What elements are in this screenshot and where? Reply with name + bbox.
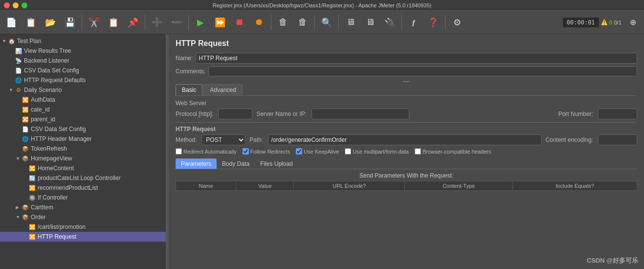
toolbar-right: 00:00:01 ⚠️ 0 0/1 ⊕ (563, 13, 642, 32)
window-controls[interactable] (4, 2, 27, 8)
start-button[interactable]: ▶ (191, 13, 210, 32)
tree-arrow-homepage-view[interactable]: ▼ (16, 156, 22, 161)
protocol-group: Protocol [http]: (176, 109, 252, 119)
tree-item-csv-data-set-config[interactable]: 📄CSV Data Set Config (0, 66, 166, 75)
tree-icon-cart-list-promotion: 🔀 (28, 223, 36, 231)
browser-compatible-input[interactable] (415, 148, 421, 155)
tab-advanced[interactable]: Advanced (203, 84, 242, 95)
clear-button[interactable]: 🗑 (274, 13, 292, 32)
tree-item-http-request-defaults[interactable]: 🌐HTTP Request Defaults (0, 75, 166, 85)
shutdown-button[interactable]: ⏺ (250, 13, 268, 32)
tree-item-http-header-manager[interactable]: 🌐HTTP Header Manager (0, 134, 166, 144)
browser-compatible-checkbox[interactable]: Browser-compatible headers (415, 148, 491, 155)
encoding-input[interactable] (598, 134, 637, 145)
port-input[interactable] (598, 109, 637, 119)
tree-item-csv-data-set-config2[interactable]: 📄CSV Data Set Config (0, 124, 166, 134)
port-group: Port Number: (558, 109, 637, 119)
minimize-button[interactable] (13, 2, 19, 8)
tree-label-csv-data-set-config: CSV Data Set Config (24, 67, 79, 74)
help-button[interactable]: ❓ (424, 13, 443, 32)
tree-item-home-content[interactable]: 🔀HomeContent (0, 163, 166, 173)
tree-icon-http-request-defaults: 🌐 (15, 76, 22, 84)
stop-button[interactable]: ⏹ (230, 13, 249, 32)
clear-all-button[interactable]: 🗑 (293, 13, 312, 32)
tree-label-home-content: HomeContent (38, 165, 74, 172)
options-button[interactable]: ⊕ (623, 13, 642, 32)
tree-item-daily-scenario[interactable]: ▼⚙Daily Scenario (0, 85, 166, 95)
tree-item-http-request[interactable]: 🔀HTTP Request (0, 232, 166, 242)
comments-input[interactable] (208, 67, 637, 76)
search-button[interactable]: 🔍 (317, 13, 336, 32)
redirect-auto-checkbox[interactable]: Redirect Automatically (176, 148, 237, 155)
comments-resize-handle[interactable]: ▪▪▪▪▪ (176, 79, 637, 84)
tree-item-cart-item[interactable]: ▶📦CartItem (0, 202, 166, 212)
copy-button[interactable]: 📋 (104, 13, 123, 32)
use-multipart-input[interactable] (345, 148, 351, 155)
tree-item-cate-id[interactable]: 🔀cate_id (0, 105, 166, 114)
open-button[interactable]: 📂 (41, 13, 60, 32)
follow-redirects-input[interactable] (243, 148, 249, 155)
name-input[interactable] (196, 53, 637, 64)
method-select[interactable]: GET POST PUT DELETE PATCH HEAD OPTIONS (201, 134, 245, 145)
tree-arrow-cart-item[interactable]: ▶ (16, 205, 22, 210)
templates-button[interactable]: 📋 (22, 13, 40, 32)
expand-button[interactable]: ➕ (148, 13, 166, 32)
server-input[interactable] (311, 109, 409, 119)
remote-exit-button[interactable]: 🔌 (380, 13, 399, 32)
tree-arrow-order[interactable]: ▼ (16, 215, 22, 220)
tree-item-parent-id[interactable]: 🔀parent_id (0, 114, 166, 124)
title-bar: Register.jmx (/Users/xs/Desktop/hgwz/Cla… (0, 0, 644, 11)
maximize-button[interactable] (22, 2, 27, 8)
start-no-pauses-button[interactable]: ⏩ (211, 13, 229, 32)
tab-parameters[interactable]: Parameters (176, 158, 217, 169)
tree-icon-homepage-view: 📦 (22, 155, 29, 162)
tree-label-cart-list-promotion: /cart/list/promotion (38, 224, 86, 230)
params-table: Name Value URL Encode? Content-Type Incl… (176, 181, 637, 191)
tab-basic[interactable]: Basic (176, 84, 202, 95)
use-keepalive-input[interactable] (296, 148, 302, 155)
tree-icon-recommend-product-list: 🔀 (28, 184, 36, 192)
tab-body-data[interactable]: Body Data (217, 158, 255, 169)
tree-label-auth-data: AuthData (31, 96, 55, 103)
new-button[interactable]: 📄 (2, 13, 21, 32)
tree-icon-token-refresh: 📦 (22, 145, 29, 153)
tree-item-token-refresh[interactable]: 📦TokenRefresh (0, 144, 166, 154)
save-button[interactable]: 💾 (61, 13, 79, 32)
protocol-input[interactable] (218, 109, 252, 119)
settings-button[interactable]: ⚙ (448, 13, 466, 32)
function-helper-button[interactable]: ƒ (404, 13, 423, 32)
tree-item-test-plan[interactable]: ▼🏠Test Plan (0, 36, 166, 46)
path-group: Path: (249, 134, 541, 145)
use-multipart-checkbox[interactable]: Use multipart/form-data (345, 148, 409, 155)
remote-start-button[interactable]: 🖥 (341, 13, 360, 32)
tree-item-product-catelist-loop[interactable]: 🔄productCateList Loop Controller (0, 173, 166, 183)
path-label: Path: (249, 136, 263, 143)
tree-item-homepage-view[interactable]: ▼📦HomepageView (0, 154, 166, 163)
tree-item-order[interactable]: ▼📦Order (0, 212, 166, 222)
close-button[interactable] (4, 2, 10, 8)
path-input[interactable] (268, 134, 541, 145)
tree-item-view-results-tree[interactable]: 📊View Results Tree (0, 46, 166, 56)
browser-compatible-label: Browser-compatible headers (422, 149, 491, 155)
tree-arrow-daily-scenario[interactable]: ▼ (9, 88, 15, 92)
remote-stop-button[interactable]: 🖥 (361, 13, 379, 32)
tab-files-upload[interactable]: Files Upload (255, 158, 298, 169)
tree-arrow-test-plan[interactable]: ▼ (2, 39, 8, 44)
follow-redirects-checkbox[interactable]: Follow Redirects (243, 148, 290, 155)
tree-item-recommend-product-list[interactable]: 🔀recommendProductList (0, 183, 166, 193)
redirect-auto-input[interactable] (176, 148, 182, 155)
warning-icon: ⚠️ (601, 19, 608, 25)
tree-label-product-catelist-loop: productCateList Loop Controller (38, 175, 120, 181)
tree-label-backend-listener: Backend Listener (24, 57, 69, 64)
use-keepalive-label: Use KeepAlive (304, 149, 339, 155)
tree-item-backend-listener[interactable]: 📡Backend Listener (0, 56, 166, 66)
collapse-button[interactable]: ➖ (167, 13, 186, 32)
paste-button[interactable]: 📌 (124, 13, 142, 32)
cut-button[interactable]: ✂️ (85, 13, 103, 32)
use-keepalive-checkbox[interactable]: Use KeepAlive (296, 148, 339, 155)
server-label: Server Name or IP: (256, 111, 307, 117)
tree-item-auth-data[interactable]: 🔀AuthData (0, 95, 166, 105)
tree-item-cart-list-promotion[interactable]: 🔀/cart/list/promotion (0, 222, 166, 232)
tree-icon-product-catelist-loop: 🔄 (28, 174, 36, 182)
tree-item-if-controller[interactable]: 🔘If Controller (0, 193, 166, 202)
